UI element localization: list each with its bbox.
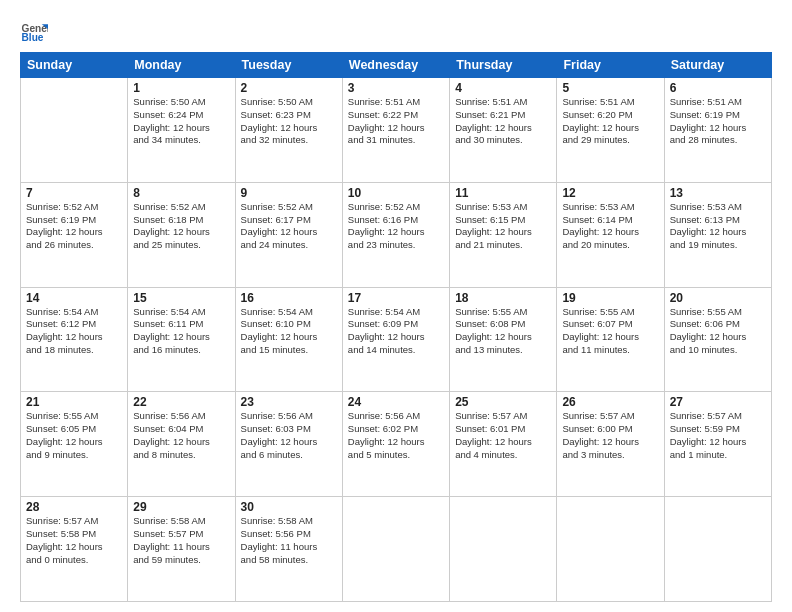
cell-line: and 30 minutes. — [455, 134, 551, 147]
day-number: 11 — [455, 186, 551, 200]
cell-line: Sunset: 6:09 PM — [348, 318, 444, 331]
cell-line: Sunrise: 5:50 AM — [133, 96, 229, 109]
cell-line: Daylight: 12 hours — [133, 331, 229, 344]
weekday-header-thursday: Thursday — [450, 53, 557, 78]
cell-line: and 9 minutes. — [26, 449, 122, 462]
cell-line: Sunrise: 5:57 AM — [670, 410, 766, 423]
calendar-cell: 23Sunrise: 5:56 AMSunset: 6:03 PMDayligh… — [235, 392, 342, 497]
cell-line: Sunset: 6:16 PM — [348, 214, 444, 227]
cell-line: Daylight: 12 hours — [241, 331, 337, 344]
cell-line: Sunset: 6:23 PM — [241, 109, 337, 122]
calendar-cell: 18Sunrise: 5:55 AMSunset: 6:08 PMDayligh… — [450, 287, 557, 392]
cell-line: Sunset: 5:56 PM — [241, 528, 337, 541]
cell-line: Sunset: 5:59 PM — [670, 423, 766, 436]
day-number: 23 — [241, 395, 337, 409]
day-number: 26 — [562, 395, 658, 409]
day-number: 8 — [133, 186, 229, 200]
day-number: 24 — [348, 395, 444, 409]
cell-line: and 4 minutes. — [455, 449, 551, 462]
cell-line: Daylight: 12 hours — [348, 226, 444, 239]
calendar-week-3: 14Sunrise: 5:54 AMSunset: 6:12 PMDayligh… — [21, 287, 772, 392]
day-number: 17 — [348, 291, 444, 305]
cell-line: Sunrise: 5:51 AM — [670, 96, 766, 109]
weekday-header-sunday: Sunday — [21, 53, 128, 78]
calendar-week-1: 1Sunrise: 5:50 AMSunset: 6:24 PMDaylight… — [21, 78, 772, 183]
weekday-header-row: SundayMondayTuesdayWednesdayThursdayFrid… — [21, 53, 772, 78]
cell-line: Sunrise: 5:57 AM — [26, 515, 122, 528]
cell-line: Sunrise: 5:51 AM — [348, 96, 444, 109]
cell-line: Sunrise: 5:55 AM — [455, 306, 551, 319]
cell-line: Sunrise: 5:54 AM — [133, 306, 229, 319]
header: General Blue — [20, 18, 772, 46]
cell-line: Sunset: 6:22 PM — [348, 109, 444, 122]
calendar-cell: 4Sunrise: 5:51 AMSunset: 6:21 PMDaylight… — [450, 78, 557, 183]
cell-line: and 28 minutes. — [670, 134, 766, 147]
cell-line: Sunrise: 5:56 AM — [348, 410, 444, 423]
weekday-header-friday: Friday — [557, 53, 664, 78]
day-number: 9 — [241, 186, 337, 200]
calendar-week-5: 28Sunrise: 5:57 AMSunset: 5:58 PMDayligh… — [21, 497, 772, 602]
day-number: 22 — [133, 395, 229, 409]
cell-line: Sunrise: 5:57 AM — [455, 410, 551, 423]
cell-line: Sunrise: 5:55 AM — [26, 410, 122, 423]
weekday-header-monday: Monday — [128, 53, 235, 78]
calendar-cell: 1Sunrise: 5:50 AMSunset: 6:24 PMDaylight… — [128, 78, 235, 183]
day-number: 4 — [455, 81, 551, 95]
calendar-cell — [664, 497, 771, 602]
calendar-cell: 10Sunrise: 5:52 AMSunset: 6:16 PMDayligh… — [342, 182, 449, 287]
cell-line: and 32 minutes. — [241, 134, 337, 147]
cell-line: Sunset: 6:24 PM — [133, 109, 229, 122]
calendar-cell: 24Sunrise: 5:56 AMSunset: 6:02 PMDayligh… — [342, 392, 449, 497]
cell-line: Daylight: 12 hours — [562, 122, 658, 135]
cell-line: and 8 minutes. — [133, 449, 229, 462]
calendar-cell: 6Sunrise: 5:51 AMSunset: 6:19 PMDaylight… — [664, 78, 771, 183]
cell-line: Sunset: 6:17 PM — [241, 214, 337, 227]
cell-line: Sunrise: 5:55 AM — [562, 306, 658, 319]
calendar-cell: 8Sunrise: 5:52 AMSunset: 6:18 PMDaylight… — [128, 182, 235, 287]
cell-line: Daylight: 12 hours — [455, 436, 551, 449]
cell-line: and 58 minutes. — [241, 554, 337, 567]
cell-line: Sunset: 6:01 PM — [455, 423, 551, 436]
weekday-header-wednesday: Wednesday — [342, 53, 449, 78]
day-number: 2 — [241, 81, 337, 95]
cell-line: Daylight: 12 hours — [133, 436, 229, 449]
cell-line: Daylight: 11 hours — [133, 541, 229, 554]
cell-line: and 18 minutes. — [26, 344, 122, 357]
cell-line: Sunrise: 5:56 AM — [241, 410, 337, 423]
cell-line: Daylight: 12 hours — [562, 331, 658, 344]
cell-line: Daylight: 12 hours — [562, 226, 658, 239]
day-number: 21 — [26, 395, 122, 409]
cell-line: and 29 minutes. — [562, 134, 658, 147]
day-number: 5 — [562, 81, 658, 95]
cell-line: and 26 minutes. — [26, 239, 122, 252]
cell-line: Sunset: 6:19 PM — [26, 214, 122, 227]
calendar-cell: 29Sunrise: 5:58 AMSunset: 5:57 PMDayligh… — [128, 497, 235, 602]
cell-line: Sunrise: 5:54 AM — [348, 306, 444, 319]
cell-line: Sunset: 5:57 PM — [133, 528, 229, 541]
calendar-cell: 22Sunrise: 5:56 AMSunset: 6:04 PMDayligh… — [128, 392, 235, 497]
day-number: 1 — [133, 81, 229, 95]
cell-line: and 10 minutes. — [670, 344, 766, 357]
cell-line: Daylight: 12 hours — [241, 226, 337, 239]
calendar-cell: 15Sunrise: 5:54 AMSunset: 6:11 PMDayligh… — [128, 287, 235, 392]
cell-line: Sunset: 6:10 PM — [241, 318, 337, 331]
cell-line: Sunset: 6:20 PM — [562, 109, 658, 122]
calendar-cell — [450, 497, 557, 602]
cell-line: Daylight: 12 hours — [455, 226, 551, 239]
cell-line: and 24 minutes. — [241, 239, 337, 252]
cell-line: and 14 minutes. — [348, 344, 444, 357]
cell-line: Daylight: 12 hours — [133, 122, 229, 135]
calendar-cell: 17Sunrise: 5:54 AMSunset: 6:09 PMDayligh… — [342, 287, 449, 392]
cell-line: and 19 minutes. — [670, 239, 766, 252]
logo-icon: General Blue — [20, 18, 48, 46]
cell-line: Sunset: 6:12 PM — [26, 318, 122, 331]
calendar-cell: 20Sunrise: 5:55 AMSunset: 6:06 PMDayligh… — [664, 287, 771, 392]
cell-line: Sunrise: 5:56 AM — [133, 410, 229, 423]
cell-line: Daylight: 12 hours — [348, 436, 444, 449]
cell-line: Daylight: 12 hours — [26, 541, 122, 554]
calendar-cell: 14Sunrise: 5:54 AMSunset: 6:12 PMDayligh… — [21, 287, 128, 392]
calendar-cell — [557, 497, 664, 602]
calendar-cell: 27Sunrise: 5:57 AMSunset: 5:59 PMDayligh… — [664, 392, 771, 497]
calendar-cell: 9Sunrise: 5:52 AMSunset: 6:17 PMDaylight… — [235, 182, 342, 287]
page: General Blue SundayMondayTuesdayWednesda… — [0, 0, 792, 612]
